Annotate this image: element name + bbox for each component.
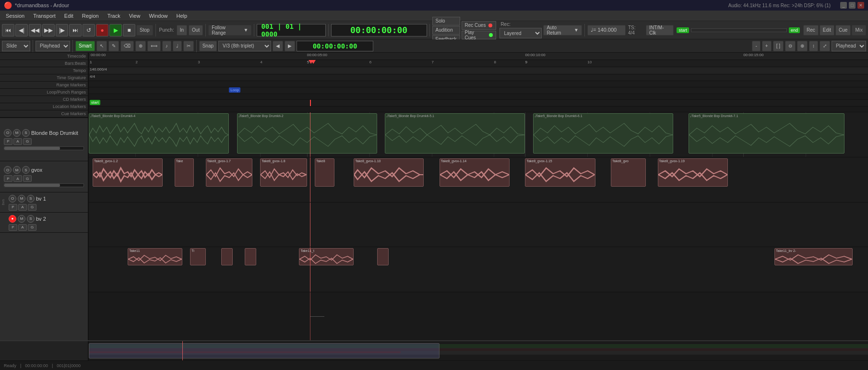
zoom-full[interactable]: ⤢ bbox=[820, 41, 830, 51]
gvox-clip-6[interactable]: Take8_gvox-1.10 bbox=[354, 158, 424, 187]
bv1-playlist-button[interactable]: P bbox=[9, 204, 17, 211]
menu-edit[interactable]: Edit bbox=[60, 12, 77, 20]
drum-clip-1[interactable]: ♩Take5_Blonde Bop Drumkit-4 bbox=[89, 113, 229, 154]
gvox-clip-10[interactable]: Take8_gvox-1.19 bbox=[658, 158, 728, 187]
gvox-clip-5[interactable]: Take8 bbox=[315, 158, 334, 187]
auto-return-button[interactable]: Auto Return ▼ bbox=[543, 25, 582, 36]
follow-range-dropdown[interactable]: ▼ bbox=[244, 27, 249, 33]
drum-automate-button[interactable]: A bbox=[13, 138, 22, 145]
punch-out-button[interactable]: Out bbox=[189, 25, 203, 36]
play-cues-button[interactable]: Play Cues bbox=[462, 31, 497, 39]
gvox-fader[interactable] bbox=[4, 183, 84, 187]
gvox-group-button[interactable]: G bbox=[23, 175, 32, 182]
bv1-mute-button[interactable]: M bbox=[18, 195, 25, 203]
bv2-group-button[interactable]: G bbox=[28, 224, 36, 231]
forward-button[interactable]: ▶▶ bbox=[42, 24, 55, 36]
drum-group-button[interactable]: G bbox=[23, 138, 32, 145]
bv2-clip-6[interactable] bbox=[377, 248, 389, 265]
gvox-mute-button[interactable]: M bbox=[13, 166, 21, 174]
bv2-clip-5[interactable]: Take11_t bbox=[299, 248, 354, 265]
prev-snap-button[interactable]: ◀ bbox=[273, 41, 283, 51]
tool-draw[interactable]: ✎ bbox=[108, 41, 119, 51]
bv2-clip-2[interactable]: Ti bbox=[190, 248, 205, 265]
gvox-clip-9[interactable]: Take8_gvo bbox=[611, 158, 646, 187]
bv1-group-button[interactable]: G bbox=[28, 204, 36, 211]
grid-type-select[interactable]: V/3 (8th triplet) Bar Beat bbox=[218, 41, 271, 51]
gvox-automate-button[interactable]: A bbox=[13, 175, 22, 182]
loop-button[interactable]: ↺ bbox=[83, 24, 95, 36]
bv1-solo-button[interactable]: S bbox=[27, 195, 35, 203]
next-marker-button[interactable]: |▶ bbox=[56, 24, 68, 36]
drum-playlist-button[interactable]: P bbox=[4, 138, 12, 145]
menu-transport[interactable]: Transport bbox=[29, 12, 59, 20]
tool-erase[interactable]: ⌫ bbox=[120, 41, 134, 51]
gvox-clip-8[interactable]: Take8_gvox-1.15 bbox=[525, 158, 595, 187]
menu-region[interactable]: Region bbox=[78, 12, 103, 20]
drum-track-content[interactable]: ♩Take5_Blonde Bop Drumkit-4 ♩Take5_Blond… bbox=[89, 112, 868, 157]
gvox-clip-7[interactable]: Take8_gvox-1.14 bbox=[440, 158, 510, 187]
goto-start-button[interactable]: ⏮ bbox=[2, 24, 14, 36]
edit-mode-select[interactable]: Slide Ripple Lock bbox=[2, 41, 30, 51]
drum-clip-4[interactable]: ♩Take5_Blonde Bop Drumkit-6.1 bbox=[533, 113, 673, 154]
goto-end-button[interactable]: ⏭ bbox=[69, 24, 82, 36]
solo-button[interactable]: Solo bbox=[432, 17, 460, 25]
rec-cues-button[interactable]: Rec Cues bbox=[462, 21, 497, 30]
rewind-button[interactable]: ◀◀ bbox=[29, 24, 41, 36]
gvox-track-content[interactable]: Take8_gvox-1.2 Take Take8_gvox-1.7 bbox=[89, 157, 868, 203]
gvox-clip-3[interactable]: Take8_gvox-1.7 bbox=[206, 158, 252, 187]
prev-marker-button[interactable]: ◀| bbox=[15, 24, 28, 36]
gvox-clip-2[interactable]: Take bbox=[175, 158, 194, 187]
bv2-solo-button[interactable]: S bbox=[27, 215, 35, 223]
zoom-expand-button[interactable]: ⊕ bbox=[797, 41, 808, 51]
minimap-scroll-thumb[interactable] bbox=[89, 343, 440, 358]
bv2-track-content[interactable]: Take11 Ti Take11_t bbox=[89, 247, 868, 292]
zoom-shrink-button[interactable]: ⊖ bbox=[785, 41, 796, 51]
playhead-follow-select[interactable]: Playhead bbox=[832, 41, 866, 51]
menu-session[interactable]: Session bbox=[2, 12, 28, 20]
tool-cut[interactable]: ✂ bbox=[183, 41, 194, 51]
drum-rec-button[interactable]: O bbox=[4, 129, 12, 137]
record-button[interactable]: ● bbox=[96, 24, 108, 36]
bv1-automate-button[interactable]: A bbox=[18, 204, 27, 211]
tool-midi[interactable]: ♩ bbox=[173, 41, 182, 51]
gvox-playlist-button[interactable]: P bbox=[4, 175, 12, 182]
edit-view-button[interactable]: Edit bbox=[820, 25, 834, 36]
tool-zoom[interactable]: ⊕ bbox=[135, 41, 146, 51]
bv2-mute-button[interactable]: M bbox=[18, 215, 25, 223]
bv2-clip-1[interactable]: Take11 bbox=[128, 248, 182, 265]
close-button[interactable]: ✕ bbox=[857, 2, 864, 9]
audition-button[interactable]: Audition bbox=[432, 26, 460, 35]
menu-track[interactable]: Track bbox=[104, 12, 124, 20]
menu-view[interactable]: View bbox=[125, 12, 144, 20]
bv2-clip-3[interactable] bbox=[221, 248, 233, 265]
bv1-track-content[interactable] bbox=[89, 203, 868, 248]
tool-timefx[interactable]: ⟺ bbox=[147, 41, 161, 51]
menu-help[interactable]: Help bbox=[173, 12, 191, 20]
mix-view-button[interactable]: Mix bbox=[852, 25, 866, 36]
int-mclk-button[interactable]: INT/M-Clk bbox=[646, 25, 674, 36]
gvox-solo-button[interactable]: S bbox=[22, 166, 30, 174]
menu-window[interactable]: Window bbox=[145, 12, 171, 20]
playhead-select[interactable]: Playhead bbox=[36, 41, 70, 51]
drum-solo-button[interactable]: S bbox=[22, 129, 30, 137]
rec-mode-select[interactable]: Layered Non-Layered bbox=[499, 28, 542, 38]
minimap-scrollbar[interactable] bbox=[89, 341, 868, 360]
zoom-fit-button[interactable]: [ ] bbox=[773, 41, 784, 51]
snap-button[interactable]: Snap bbox=[199, 41, 217, 51]
follow-range-button[interactable]: Follow Range ▼ bbox=[208, 25, 251, 36]
bv2-clip-7[interactable]: Take11_bv 2- bbox=[774, 248, 852, 265]
play-button[interactable]: ▶ bbox=[109, 24, 122, 36]
bv2-automate-button[interactable]: A bbox=[18, 224, 27, 231]
smart-mode-button[interactable]: Smart bbox=[75, 41, 95, 51]
gvox-clip-4[interactable]: Take8_gvox-1.8 bbox=[260, 158, 307, 187]
tempo-display[interactable]: ♩= 140.000 bbox=[587, 25, 626, 36]
punch-in-button[interactable]: In bbox=[177, 25, 187, 36]
zoom-track-height[interactable]: ↕ bbox=[809, 41, 818, 51]
bv2-clip-4[interactable] bbox=[245, 248, 256, 265]
zoom-in-button[interactable]: + bbox=[762, 41, 772, 51]
next-snap-button[interactable]: ▶ bbox=[285, 41, 295, 51]
drum-fader[interactable] bbox=[4, 146, 84, 150]
bv2-rec-button[interactable]: ● bbox=[9, 215, 16, 223]
drum-mute-button[interactable]: M bbox=[13, 129, 21, 137]
bv1-rec-button[interactable]: O bbox=[9, 195, 16, 203]
